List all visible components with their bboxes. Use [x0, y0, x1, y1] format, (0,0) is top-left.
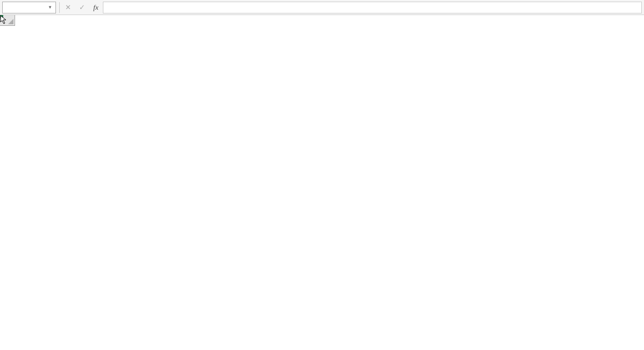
cancel-icon[interactable]: ✕ [61, 2, 75, 13]
select-all-corner[interactable] [0, 15, 15, 26]
name-box[interactable]: ▼ [2, 2, 56, 13]
chevron-down-icon[interactable]: ▼ [48, 5, 52, 10]
formula-input[interactable] [103, 2, 642, 13]
confirm-icon[interactable]: ✓ [75, 2, 89, 13]
formula-bar: ▼ ✕ ✓ fx [0, 0, 644, 15]
fx-icon[interactable]: fx [89, 2, 103, 13]
divider [59, 2, 60, 13]
